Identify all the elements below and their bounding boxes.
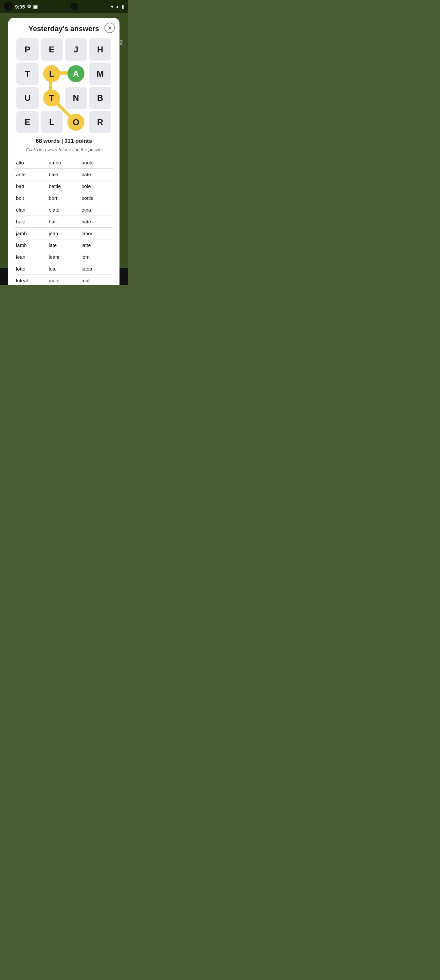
letter-grid: P E J H T L A M U T N B E L [15, 38, 113, 133]
signal-icon: ▲ [115, 4, 119, 9]
hint-text: Click on a word to see it in the puzzle [15, 147, 113, 152]
word-item[interactable]: bole [80, 180, 113, 192]
cell-R[interactable]: R [89, 111, 111, 133]
word-item[interactable]: labor [80, 228, 113, 239]
word-item[interactable]: lotte [15, 263, 48, 275]
app-background: 272 ✕ Yesterday's answers [0, 13, 128, 268]
close-button[interactable]: ✕ [105, 22, 115, 33]
cell-P[interactable]: P [16, 38, 39, 60]
word-item[interactable]: luteal [15, 275, 48, 285]
word-item[interactable]: leant [48, 251, 80, 263]
status-left: 9:35 ⚙ ▣ [4, 2, 38, 11]
word-item[interactable]: alto [15, 157, 48, 169]
screenshot-icon: ▣ [33, 3, 38, 10]
word-item[interactable]: bate [80, 169, 113, 180]
cell-L[interactable]: L [43, 65, 60, 82]
word-item[interactable]: jamb [15, 228, 48, 239]
cell-U[interactable]: U [16, 87, 39, 109]
cell-M[interactable]: M [89, 62, 111, 85]
modal-title: Yesterday's answers [15, 25, 113, 33]
word-item[interactable]: born [48, 192, 80, 204]
word-stats: 68 words | 311 points [15, 138, 113, 145]
word-item[interactable]: hale [15, 216, 48, 228]
word-item[interactable]: male [48, 275, 80, 285]
modal-overlay: ✕ Yesterday's answers [0, 13, 128, 268]
cell-O[interactable]: O [67, 114, 84, 131]
word-item[interactable]: malt [80, 275, 113, 285]
cell-B[interactable]: B [89, 87, 111, 109]
cell-H[interactable]: H [89, 38, 111, 60]
cell-N[interactable]: N [65, 87, 87, 109]
word-item[interactable]: elate [48, 204, 80, 216]
word-item[interactable]: late [48, 239, 80, 251]
time: 9:35 [15, 4, 25, 10]
word-item[interactable]: lamb [15, 239, 48, 251]
word-item[interactable]: ambo [48, 157, 80, 169]
word-item[interactable]: halt [48, 216, 80, 228]
cell-J[interactable]: J [65, 38, 87, 60]
wifi-icon: ▾ [111, 4, 113, 9]
word-item[interactable]: anole [80, 157, 113, 169]
letter-grid-wrapper: P E J H T L A M U T N B E L [15, 38, 113, 133]
word-item[interactable]: bolt [15, 192, 48, 204]
word-item[interactable]: batt [15, 180, 48, 192]
cell-T2[interactable]: T [43, 89, 60, 107]
word-item[interactable]: lute [48, 263, 80, 275]
word-item[interactable]: etna [80, 204, 113, 216]
word-item[interactable]: latte [80, 239, 113, 251]
word-item[interactable]: battle [48, 180, 80, 192]
word-item[interactable]: lorn [80, 251, 113, 263]
answers-modal: ✕ Yesterday's answers [8, 18, 119, 285]
word-item[interactable]: hate [80, 216, 113, 228]
word-item[interactable]: bale [48, 169, 80, 180]
cell-E2[interactable]: E [16, 111, 39, 133]
cell-T1[interactable]: T [16, 62, 39, 85]
notch-circle [70, 3, 78, 11]
word-item[interactable]: bottle [80, 192, 113, 204]
word-item[interactable]: ante [15, 169, 48, 180]
close-icon: ✕ [108, 25, 112, 31]
status-bar: 9:35 ⚙ ▣ ▾ ▲ ▮ [0, 0, 128, 13]
cell-L2[interactable]: L [41, 111, 63, 133]
word-item[interactable]: lean [15, 251, 48, 263]
word-list: altoamboanoleantebalebatebattbattleboleb… [15, 157, 113, 285]
status-right: ▾ ▲ ▮ [111, 4, 124, 9]
word-item[interactable]: lutea [80, 263, 113, 275]
word-item[interactable]: jean [48, 228, 80, 239]
cell-A[interactable]: A [67, 65, 84, 82]
settings-icon: ⚙ [27, 3, 31, 10]
camera-circle [4, 2, 13, 11]
battery-icon: ▮ [121, 4, 124, 9]
word-item[interactable]: elan [15, 204, 48, 216]
cell-E[interactable]: E [41, 38, 63, 60]
